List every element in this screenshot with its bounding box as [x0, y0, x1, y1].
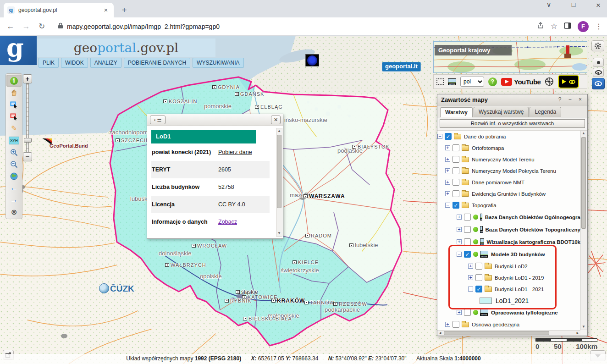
tree-expander-icon[interactable]: +	[457, 227, 462, 232]
layer-row-modele-3d-budynków[interactable]: −✓Modele 3D budynków	[437, 248, 580, 260]
tool-measure[interactable]: ✎	[6, 122, 22, 134]
zoom-track[interactable]	[26, 83, 29, 152]
profile-avatar[interactable]: F	[578, 21, 589, 32]
layer-checkbox[interactable]	[452, 167, 459, 174]
tool-full-extent[interactable]	[6, 170, 22, 182]
tool-pan[interactable]	[6, 87, 22, 99]
tree-expander-icon[interactable]: +	[445, 180, 450, 185]
tool-zoom-in[interactable]	[6, 146, 22, 158]
new-tab-button[interactable]: +	[118, 4, 130, 16]
bookmark-star-icon[interactable]: ☆	[551, 22, 557, 31]
layer-checkbox[interactable]	[452, 321, 459, 328]
zoom-plus-button[interactable]: +	[23, 74, 32, 83]
tool-next-view[interactable]: →	[6, 194, 22, 206]
geoportal-logo[interactable]: g	[0, 36, 37, 65]
layer-row-ewidencja-gruntów-i-budynków[interactable]: +Ewidencja Gruntów i Budynków	[437, 188, 580, 199]
popup-close-button[interactable]: ✕	[271, 116, 281, 124]
attribute-value[interactable]: CC BY 4.0	[218, 201, 245, 208]
layer-checkbox[interactable]	[464, 226, 471, 233]
expand-all-button[interactable]: Rozwiń inf. o wszystkich warstwach	[440, 119, 585, 128]
layer-checkbox[interactable]	[452, 144, 459, 151]
share-icon[interactable]	[537, 22, 544, 31]
tree-expander-icon[interactable]: −	[457, 252, 462, 257]
layer-row-osnowa-geodezyjna[interactable]: +Osnowa geodezyjna	[437, 319, 580, 330]
overview-map[interactable]: Geoportal krajowy	[433, 41, 587, 73]
help-icon[interactable]: ?	[488, 77, 497, 86]
scroll-thumb[interactable]	[277, 135, 281, 208]
popup-list-button[interactable]: ‹ ☰	[150, 116, 166, 124]
url-text[interactable]: mapy.geoportal.gov.pl/imap/Imgp_2.html?g…	[67, 23, 532, 30]
attribute-value[interactable]: Zobacz	[218, 219, 237, 225]
layer-row-baza-danych-obiektów-ogólnogeogra[interactable]: +Baza Danych Obiektów Ogólnogeogra	[437, 211, 580, 223]
contrast-toggle[interactable]	[559, 76, 578, 88]
layer-checkbox[interactable]: ✓	[452, 202, 459, 209]
layer-row-budynki-lod2[interactable]: +Budynki LoD2	[437, 260, 580, 272]
browser-tab[interactable]: g geoportal.gov.pl ×	[4, 3, 114, 17]
back-icon[interactable]: ←	[5, 21, 17, 33]
menu-item-plik[interactable]: PLIK	[39, 58, 59, 68]
tab-close-icon[interactable]: ×	[102, 6, 110, 14]
tool-zoom-out[interactable]	[6, 158, 22, 170]
settings-gear-button[interactable]	[591, 40, 604, 51]
attribute-value[interactable]: Pobierz dane	[218, 149, 252, 155]
tool-deselect-rect[interactable]	[6, 110, 22, 122]
layer-row-baza-danych-obiektów-topograficzny[interactable]: +Baza Danych Obiektów Topograficzny	[437, 223, 580, 236]
tree-expander-icon[interactable]: +	[457, 310, 462, 315]
tree-expander-icon[interactable]: +	[445, 191, 450, 196]
panel-window-controls[interactable]: ? − ×	[558, 94, 585, 105]
tool-coordinates-xyh[interactable]: XYH	[6, 134, 22, 146]
tree-expander-icon[interactable]: +	[457, 215, 462, 220]
layer-row-topografia[interactable]: −✓Topografia	[437, 199, 580, 211]
tree-expander-icon[interactable]: +	[445, 145, 450, 150]
tree-expander-icon[interactable]: +	[445, 168, 450, 173]
zoom-minus-button[interactable]: −	[23, 152, 32, 161]
language-select[interactable]: pol	[460, 77, 484, 87]
layer-checkbox[interactable]: ✓	[475, 286, 482, 292]
layer-checkbox[interactable]	[475, 274, 482, 281]
tree-expander-icon[interactable]: +	[468, 264, 473, 269]
layer-checkbox[interactable]: ✓	[464, 251, 471, 258]
youtube-button[interactable]: YouTube	[501, 78, 541, 86]
eye-button[interactable]	[593, 68, 604, 77]
visibility-active-button[interactable]	[592, 78, 605, 89]
layer-row-opracowania-tyflologiczne[interactable]: +Opracowania tyflologiczne	[437, 306, 580, 319]
layer-checkbox[interactable]	[452, 190, 459, 197]
layer-row-budynki-lod1-2021[interactable]: −✓Budynki LoD1 - 2021	[437, 283, 580, 295]
side-panel-icon[interactable]	[564, 22, 571, 31]
tree-expander-icon[interactable]: +	[445, 322, 450, 327]
layer-row-wizualizacja-kartograficzna-bdot10k[interactable]: +Wizualizacja kartograficzna BDOT10k	[437, 236, 580, 248]
window-maximize-icon[interactable]: □	[568, 1, 579, 10]
window-chevron-icon[interactable]: ∨	[543, 1, 555, 10]
tree-expander-icon[interactable]: +	[468, 275, 473, 280]
layer-row-dane-pomiarowe-nmt[interactable]: +Dane pomiarowe NMT	[437, 176, 580, 188]
tool-previous-view[interactable]: ←	[6, 182, 22, 194]
tab-warstwy[interactable]: Warstwy	[440, 107, 473, 117]
scroll-up-icon[interactable]: ▲	[276, 128, 282, 134]
layer-row-budynki-lod1-2019[interactable]: +Budynki LoD1 - 2019	[437, 272, 580, 283]
composition-grid-icon[interactable]	[436, 78, 444, 85]
menu-item-widok[interactable]: WIDOK	[61, 58, 88, 68]
layer-checkbox[interactable]: ✓	[445, 133, 452, 140]
layer-checkbox[interactable]	[464, 309, 471, 316]
menu-item-pobieranie-danych[interactable]: POBIERANIE DANYCH	[124, 58, 190, 68]
layer-checkbox[interactable]	[475, 263, 482, 270]
popup-scrollbar[interactable]: ▲ ▼	[276, 128, 282, 237]
layer-row-ortofotomapa[interactable]: +Ortofotomapa	[437, 142, 580, 154]
menu-item-wyszukiwania[interactable]: WYSZUKIWANIA	[193, 58, 244, 68]
menu-item-analizy[interactable]: ANALIZY	[90, 58, 121, 68]
tree-expander-icon[interactable]: −	[445, 203, 450, 208]
tree-expander-icon[interactable]: +	[445, 157, 450, 162]
tab-legenda[interactable]: Legenda	[530, 107, 561, 117]
layers-vertical-scrollbar[interactable]: ▲ ▼	[580, 130, 587, 330]
browser-menu-icon[interactable]: ⋮	[595, 22, 602, 31]
forward-icon[interactable]: →	[20, 21, 32, 33]
reload-icon[interactable]: ↻	[36, 21, 48, 33]
tree-expander-icon[interactable]: −	[468, 287, 473, 292]
layer-checkbox[interactable]	[452, 156, 459, 163]
layer-checkbox[interactable]	[464, 238, 471, 245]
tool-select-rect[interactable]	[6, 99, 22, 110]
zoom-slider[interactable]: + −	[23, 74, 32, 161]
layers-horizontal-scrollbar[interactable]: ◄ ►	[437, 330, 580, 336]
layer-checkbox[interactable]	[464, 214, 471, 221]
layer-row-dane-do-pobrania[interactable]: −✓Dane do pobrania	[437, 131, 580, 142]
